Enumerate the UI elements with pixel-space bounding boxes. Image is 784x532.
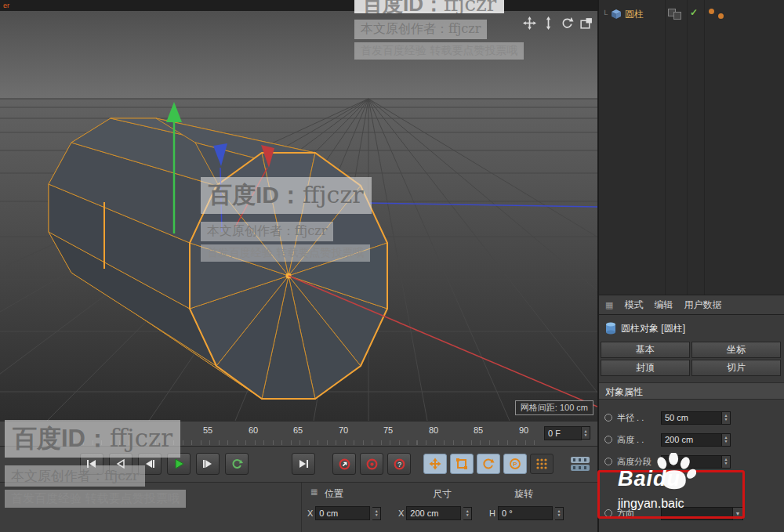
tab-mode[interactable]: 模式 — [624, 299, 643, 312]
grid-spacing-badge: 网格间距: 100 cm — [515, 400, 593, 415]
render-visibility-dot[interactable] — [718, 13, 724, 19]
height-label: 高度 . . — [617, 434, 661, 446]
grip-icon: ▦ — [310, 487, 318, 496]
attribute-manager-tabbar: ▦ 模式 编辑 用户数据 — [599, 295, 784, 315]
watermark-id-name: ffjczr — [110, 424, 172, 452]
tab-caps[interactable]: 封顶 — [601, 360, 690, 376]
cylinder-icon — [605, 322, 616, 335]
height-input[interactable]: 200 cm — [661, 433, 722, 447]
watermark-id-name: ffjczr — [444, 0, 496, 13]
c4d-window: er 网格间距: 100 cm └ — [0, 0, 784, 532]
goto-end-button[interactable] — [292, 453, 315, 475]
editor-visibility-dot[interactable] — [709, 9, 714, 14]
tab-slice[interactable]: 切片 — [691, 360, 781, 376]
svg-text:P: P — [513, 461, 517, 468]
autokey-button[interactable] — [360, 453, 383, 475]
watermark-middle: 百度ID：ffjczr 本文原创作者：ffjczr 首发百度经验 转载要点赞投票… — [201, 177, 412, 262]
keyframe-ring-icon[interactable] — [604, 414, 612, 422]
object-manager[interactable]: └ 圆柱 ✓ — [599, 0, 784, 295]
tab-edit[interactable]: 编辑 — [654, 299, 673, 312]
property-row-radius: 半径 . . 50 cm ▲▼ — [599, 409, 784, 426]
watermark-author-line: 本文原创作者：ffjczr — [354, 20, 487, 39]
column-separator — [687, 0, 688, 295]
axis-label: X — [398, 508, 404, 518]
ruler-tick-label: 80 — [423, 425, 444, 435]
record-position-toggle[interactable] — [423, 454, 447, 474]
radius-stepper[interactable]: ▲▼ — [722, 411, 731, 425]
tab-basic[interactable]: 基本 — [601, 342, 690, 358]
watermark-id-prefix: 百度ID： — [362, 0, 444, 13]
ruler-tick-label: 65 — [288, 425, 308, 435]
cube-icon — [611, 9, 622, 20]
ruler-tick-label: 70 — [333, 425, 354, 435]
watermark-author-line: 本文原创作者：ffjczr — [201, 222, 333, 241]
record-group: ? — [332, 453, 411, 475]
size-header: 尺寸 — [433, 487, 452, 501]
watermark-id-prefix: 百度ID： — [209, 182, 303, 208]
size-x-stepper[interactable]: ▲▼ — [463, 507, 472, 520]
section-header-object-properties: 对象属性 — [599, 382, 784, 400]
watermark-author-line: 本文原创作者：ffjczr — [5, 465, 145, 487]
watermark-bottom-left: 百度ID：ffjczr 本文原创作者：ffjczr 首发百度经验 转载要点赞投票… — [5, 420, 224, 508]
axis-label: X — [307, 508, 313, 518]
keyframe-ring-icon[interactable] — [604, 509, 612, 517]
tree-branch-icon: └ — [602, 10, 608, 19]
ruler-tick-label: 90 — [514, 425, 534, 435]
position-x-stepper[interactable]: ▲▼ — [372, 507, 381, 520]
watermark-top: 百度ID：ffjczr 本文原创作者：ffjczr 首发百度经验 转载要点赞投票… — [354, 0, 555, 60]
rotation-header: 旋转 — [514, 487, 533, 501]
position-header: 位置 — [325, 487, 343, 501]
radius-input[interactable]: 50 cm — [661, 411, 722, 425]
grip-icon: ▦ — [605, 300, 613, 310]
keyframe-selection-button[interactable]: ? — [387, 453, 411, 475]
record-rotation-toggle[interactable] — [477, 454, 500, 474]
ruler-tick-label: 85 — [468, 425, 488, 435]
ruler-tick-label: 75 — [378, 425, 398, 435]
attribute-section-buttons: 基本 坐标 封顶 切片 — [601, 342, 782, 376]
record-button[interactable] — [332, 453, 356, 475]
watermark-footer-line: 首发百度经验 转载要点赞投票哦 — [5, 490, 186, 508]
svg-text:?: ? — [397, 460, 401, 468]
layer-square-icon[interactable] — [673, 12, 681, 20]
point-level-animation-toggle[interactable] — [530, 454, 554, 474]
current-frame-field[interactable]: 0 F — [544, 426, 582, 440]
watermark-footer-line: 首发百度经验 转载要点赞投票哦 — [354, 42, 524, 60]
record-scale-toggle[interactable] — [450, 454, 474, 474]
attribute-object-header: 圆柱对象 [圆柱] — [599, 317, 784, 340]
object-row-cylinder[interactable]: └ 圆柱 — [602, 7, 644, 21]
radius-label: 半径 . . — [617, 412, 661, 424]
position-x-input[interactable]: 0 cm — [315, 506, 370, 520]
loop-button[interactable] — [225, 453, 249, 475]
property-row-height: 高度 . . 200 cm ▲▼ — [599, 431, 784, 448]
frame-stepper[interactable]: ▲▼ — [582, 426, 590, 440]
enabled-check-icon[interactable]: ✓ — [690, 7, 698, 18]
panel-separator — [301, 483, 302, 532]
tab-user-data[interactable]: 用户数据 — [684, 299, 721, 312]
column-separator — [704, 0, 705, 295]
watermark-baidu-logo: Baidu jingyan.baic — [618, 453, 759, 528]
viewport-title-text: er — [3, 2, 9, 9]
record-mode-group: P — [423, 454, 554, 474]
watermark-id-name: ffjczr — [303, 181, 364, 208]
height-stepper[interactable]: ▲▼ — [722, 433, 731, 447]
object-title: 圆柱对象 [圆柱] — [621, 322, 685, 335]
keyframe-ring-icon[interactable] — [604, 458, 612, 465]
size-x-group: X 200 cm ▲▼ — [398, 506, 472, 520]
position-x-group: X 0 cm ▲▼ — [307, 506, 381, 520]
axis-label: H — [489, 508, 495, 518]
minimized-timeline-icon[interactable] — [571, 456, 591, 475]
baidu-logo-text: Baidu — [618, 467, 681, 491]
watermark-footer-line: 首发百度经验 转载要点赞投票哦 — [201, 244, 370, 262]
rotation-h-stepper[interactable]: ▲▼ — [555, 507, 564, 520]
rotate-icon[interactable] — [560, 16, 574, 30]
tab-coordinates[interactable]: 坐标 — [691, 342, 781, 358]
record-parameter-toggle[interactable]: P — [503, 454, 527, 474]
object-name-label[interactable]: 圆柱 — [625, 8, 644, 21]
keyframe-ring-icon[interactable] — [604, 436, 612, 443]
rotation-h-input[interactable]: 0 ° — [498, 506, 553, 520]
column-separator — [665, 0, 666, 295]
size-x-input[interactable]: 200 cm — [406, 506, 461, 520]
ruler-tick-label: 60 — [243, 425, 263, 435]
maximize-icon[interactable] — [579, 16, 593, 30]
watermark-id-prefix: 百度ID： — [13, 425, 110, 452]
